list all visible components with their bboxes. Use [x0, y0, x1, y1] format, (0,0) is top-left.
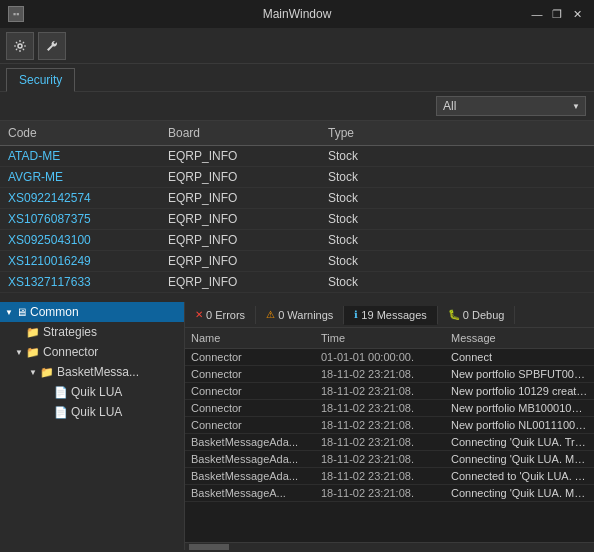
col-board: Board — [160, 124, 320, 142]
log-row: Connector 18-11-02 23:21:08. New portfol… — [185, 400, 594, 417]
table-row: XS1210016249 EQRP_INFO Stock — [0, 251, 594, 272]
log-cell-time: 18-11-02 23:21:08. — [315, 468, 445, 484]
log-table-body[interactable]: Connector 01-01-01 00:00:00. Connect Con… — [185, 349, 594, 542]
tree-item-strategies[interactable]: 📁 Strategies — [0, 322, 184, 342]
securities-table-body[interactable]: ATAD-ME EQRP_INFO Stock AVGR-ME EQRP_INF… — [0, 146, 594, 302]
log-row: Connector 01-01-01 00:00:00. Connect — [185, 349, 594, 366]
log-cell-time: 18-11-02 23:21:08. — [315, 417, 445, 433]
folder-icon: 📁 — [40, 366, 54, 379]
table-row: ATAD-ME EQRP_INFO Stock — [0, 146, 594, 167]
log-panel: ✕ 0 Errors ⚠ 0 Warnings ℹ 19 Messages 🐛 … — [185, 302, 594, 550]
log-tab-debug-label: 0 Debug — [463, 309, 505, 321]
log-cell-time: 18-11-02 23:21:08. — [315, 434, 445, 450]
folder-icon: 📁 — [26, 326, 40, 339]
window-controls: — ❐ ✕ — [528, 5, 586, 23]
minimize-button[interactable]: — — [528, 5, 546, 23]
log-tab-debug[interactable]: 🐛 0 Debug — [438, 306, 516, 324]
tree-item-common[interactable]: ▼ 🖥 Common — [0, 302, 184, 322]
log-cell-name: BasketMessageA... — [185, 485, 315, 501]
tree-item-label: Quik LUA — [71, 405, 122, 419]
cell-code: XS1076087375 — [0, 209, 160, 229]
log-cell-msg: New portfolio 10129 created. — [445, 383, 594, 399]
cell-code: XS1327117633 — [0, 272, 160, 292]
log-tab-messages-label: 19 Messages — [361, 309, 426, 321]
doc-icon: 📄 — [54, 406, 68, 419]
log-cell-msg: New portfolio NL0011100043 cr... — [445, 417, 594, 433]
doc-icon: 📄 — [54, 386, 68, 399]
tools-button[interactable] — [38, 32, 66, 60]
tree-item-quiklua-1[interactable]: 📄 Quik LUA — [0, 382, 184, 402]
cell-code: XS1210016249 — [0, 251, 160, 271]
filter-row: All Stock Future Option — [0, 92, 594, 121]
horizontal-scrollbar[interactable] — [185, 542, 594, 550]
log-row: BasketMessageA... 18-11-02 23:21:08. Con… — [185, 485, 594, 502]
log-tabs-bar: ✕ 0 Errors ⚠ 0 Warnings ℹ 19 Messages 🐛 … — [185, 302, 594, 328]
log-cell-msg: Connecting 'Quik LUA. Transacti... — [445, 434, 594, 450]
cell-type: Stock — [320, 188, 594, 208]
log-tab-warnings[interactable]: ⚠ 0 Warnings — [256, 306, 344, 324]
tree-panel[interactable]: ▼ 🖥 Common 📁 Strategies ▼ 📁 Connector ▼ … — [0, 302, 185, 550]
cell-board: EQRP_INFO — [160, 188, 320, 208]
col-type: Type — [320, 124, 594, 142]
cell-board: EQRP_INFO — [160, 167, 320, 187]
cell-type: Stock — [320, 167, 594, 187]
tab-security[interactable]: Security — [6, 68, 75, 92]
cell-type: Stock — [320, 251, 594, 271]
table-row: XS0925043100 EQRP_INFO Stock — [0, 230, 594, 251]
tree-item-label: BasketMessa... — [57, 365, 139, 379]
log-cell-msg: Connecting 'Quik LUA. Market c... — [445, 451, 594, 467]
cell-type: Stock — [320, 209, 594, 229]
cell-board: EQRP_INFO — [160, 251, 320, 271]
log-col-time: Time — [315, 330, 445, 346]
table-row: AVGR-ME EQRP_INFO Stock — [0, 167, 594, 188]
tree-item-quiklua-2[interactable]: 📄 Quik LUA — [0, 402, 184, 422]
filter-wrapper: All Stock Future Option — [436, 96, 586, 116]
info-icon: ℹ — [354, 309, 358, 320]
close-button[interactable]: ✕ — [568, 5, 586, 23]
tree-item-label: Connector — [43, 345, 98, 359]
cell-board: EQRP_INFO — [160, 230, 320, 250]
cell-type: Stock — [320, 230, 594, 250]
folder-icon: 📁 — [26, 346, 40, 359]
log-tab-errors-label: 0 Errors — [206, 309, 245, 321]
log-cell-name: BasketMessageAda... — [185, 434, 315, 450]
log-cell-name: Connector — [185, 366, 315, 382]
cell-board: EQRP_INFO — [160, 272, 320, 292]
log-cell-time: 18-11-02 23:21:08. — [315, 383, 445, 399]
log-row: BasketMessageAda... 18-11-02 23:21:08. C… — [185, 468, 594, 485]
arrow-icon: ▼ — [4, 308, 14, 317]
settings-button[interactable] — [6, 32, 34, 60]
log-cell-name: Connector — [185, 349, 315, 365]
tree-item-connector[interactable]: ▼ 📁 Connector — [0, 342, 184, 362]
app-icon: ▪▪ — [8, 6, 24, 22]
tree-item-basketmessa[interactable]: ▼ 📁 BasketMessa... — [0, 362, 184, 382]
cell-code: XS0925043100 — [0, 230, 160, 250]
type-filter[interactable]: All Stock Future Option — [436, 96, 586, 116]
log-tab-warnings-label: 0 Warnings — [278, 309, 333, 321]
tab-bar: Security — [0, 64, 594, 92]
log-row: BasketMessageAda... 18-11-02 23:21:08. C… — [185, 451, 594, 468]
log-cell-name: BasketMessageAda... — [185, 468, 315, 484]
warning-icon: ⚠ — [266, 309, 275, 320]
log-cell-name: Connector — [185, 417, 315, 433]
log-col-name: Name — [185, 330, 315, 346]
log-tab-messages[interactable]: ℹ 19 Messages — [344, 306, 437, 325]
monitor-icon: 🖥 — [16, 306, 27, 318]
log-row: Connector 18-11-02 23:21:08. New portfol… — [185, 417, 594, 434]
log-cell-msg: Connected to 'Quik LUA. Transa... — [445, 468, 594, 484]
log-cell-time: 01-01-01 00:00:00. — [315, 349, 445, 365]
cell-board: EQRP_INFO — [160, 146, 320, 166]
error-icon: ✕ — [195, 309, 203, 320]
scrollbar-thumb[interactable] — [189, 544, 229, 550]
log-row: Connector 18-11-02 23:21:08. New portfol… — [185, 366, 594, 383]
arrow-icon: ▼ — [28, 368, 38, 377]
cell-code: ATAD-ME — [0, 146, 160, 166]
log-cell-time: 18-11-02 23:21:08. — [315, 366, 445, 382]
log-tab-errors[interactable]: ✕ 0 Errors — [185, 306, 256, 324]
arrow-icon: ▼ — [14, 348, 24, 357]
table-row: XS0922142574 EQRP_INFO Stock — [0, 188, 594, 209]
log-cell-name: Connector — [185, 400, 315, 416]
svg-point-0 — [18, 44, 22, 48]
restore-button[interactable]: ❐ — [548, 5, 566, 23]
cell-type: Stock — [320, 272, 594, 292]
